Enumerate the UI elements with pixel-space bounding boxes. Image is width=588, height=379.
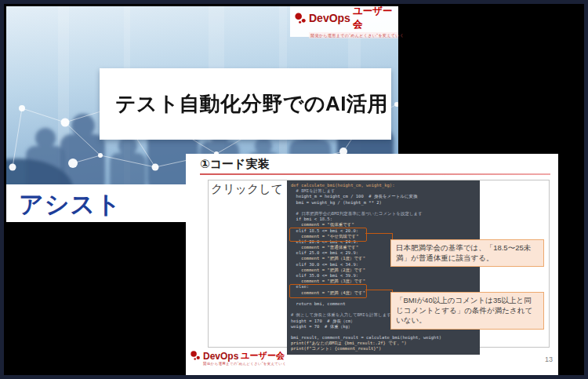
slide-title: テスト自動化分野でのAI活用 xyxy=(100,90,388,118)
code-line: bmi_result, comment_result = calculate_b… xyxy=(291,335,480,341)
code-line xyxy=(291,330,480,335)
page-number: 13 xyxy=(529,355,553,363)
section-heading: ①コード実装 xyxy=(200,157,269,172)
code-line: if bmi < 18.5: xyxy=(291,217,480,222)
code-line: # 日本肥満学会のBMI判定基準に基づいたコメントを設定します xyxy=(291,211,480,217)
code-slide: ①コード実装 クリックして def calculate_bmi(height_c… xyxy=(186,154,558,375)
connector-line-2 xyxy=(365,290,393,293)
code-line: bmi = weight_kg / (height_m ** 2) xyxy=(291,200,480,206)
code-line: print(f"コメント: {comment_result}") xyxy=(291,346,480,352)
code-line xyxy=(291,206,480,211)
footer-devops-tagline: 開発から運用までの“めんどくさい”を変えていく xyxy=(203,362,286,366)
devops-brand-text: DevOps xyxy=(309,12,350,24)
code-line: elif 35.0 <= bmi < 39.9: xyxy=(291,273,480,279)
footer-devops-brand: DevOps xyxy=(203,351,238,362)
devops-dots-icon xyxy=(295,13,307,24)
highlight-box-else xyxy=(289,284,367,298)
annotation-normal-weight: 日本肥満学会の基準では、「18.5〜25未満」が普通体重に該当する。 xyxy=(390,239,544,267)
code-line: comment = "肥満（2度）です" xyxy=(291,268,480,273)
code-line: # BMIを計算します xyxy=(291,188,480,194)
code-line: def calculate_bmi(height_cm, weight_kg): xyxy=(291,183,480,188)
annotation-bmi40-condition: 「BMIが40以上のコメントは35以上と同じコメントとする」の条件が満たされてい… xyxy=(390,292,544,330)
footer-devops-suffix: ユーザー会 xyxy=(241,350,285,362)
devops-badge: DevOps ユーザー会 開発から運用までの“めんどくさい”を変えていく xyxy=(290,6,398,37)
assist-logo: アシスト xyxy=(19,190,122,220)
devops-dots-icon xyxy=(191,351,201,361)
footer-devops-logo: DevOps ユーザー会 開発から運用までの“めんどくさい”を変えていく xyxy=(191,350,286,366)
connector-line-1 xyxy=(365,233,393,240)
code-line: height_m = height_cm / 100 # 身長をメートルに変換 xyxy=(291,194,480,199)
title-box: テスト自動化分野でのAI活用 xyxy=(100,68,391,140)
devops-tagline: 開発から運用までの“めんどくさい”を変えていく xyxy=(309,32,398,38)
placeholder-text: クリックして xyxy=(211,182,283,197)
heading-underline xyxy=(200,173,550,175)
devops-suffix-text: ユーザー会 xyxy=(353,5,398,31)
code-line: print(f"あなたのBMIは {bmi_result:.2f} です。") xyxy=(291,341,480,346)
presentation-page: DevOps ユーザー会 開発から運用までの“めんどくさい”を変えていく テスト… xyxy=(0,0,588,379)
highlight-box-yase xyxy=(289,228,367,242)
